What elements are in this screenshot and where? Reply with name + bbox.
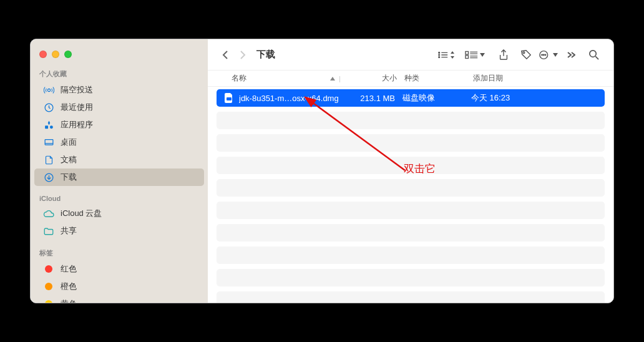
sidebar-item-label: 桌面: [61, 137, 77, 148]
file-row[interactable]: jdk-8u351-m…osx-x64.dmg 213.1 MB 磁盘映像 今天…: [217, 89, 605, 107]
sidebar-item-label: 隔空投送: [61, 84, 93, 95]
document-icon: [43, 154, 54, 165]
column-header-size[interactable]: 大小: [344, 73, 404, 84]
sidebar-item-applications[interactable]: 应用程序: [34, 116, 204, 134]
svg-point-7: [439, 54, 440, 56]
empty-row: [217, 179, 605, 197]
sidebar-item-label: 黄色: [61, 298, 77, 303]
svg-point-3: [49, 125, 52, 129]
sidebar-item-documents[interactable]: 文稿: [34, 151, 204, 169]
empty-row: [217, 134, 605, 152]
svg-point-11: [523, 52, 525, 54]
svg-point-6: [439, 52, 440, 53]
sort-indicator-icon: [330, 77, 335, 81]
sidebar-item-airdrop[interactable]: 隔空投送: [34, 81, 204, 99]
sidebar-item-label: 最近使用: [61, 102, 93, 113]
share-button[interactable]: [492, 46, 515, 64]
clock-icon: [43, 102, 54, 113]
column-header-date[interactable]: 添加日期: [473, 73, 613, 84]
minimize-button[interactable]: [52, 51, 59, 58]
sidebar-item-label: 应用程序: [61, 119, 93, 130]
svg-point-16: [589, 51, 595, 57]
tags-button[interactable]: [515, 46, 537, 64]
sidebar-item-label: 红色: [61, 263, 77, 275]
chevron-down-icon: [480, 53, 485, 57]
svg-rect-2: [45, 125, 48, 129]
column-header-kind[interactable]: 种类: [404, 73, 473, 84]
sidebar-item-tag-red[interactable]: 红色: [34, 260, 204, 278]
more-button[interactable]: [537, 46, 560, 64]
cloud-icon: [43, 208, 54, 219]
sidebar-section-icloud: iCloud: [31, 192, 208, 205]
search-button[interactable]: [582, 46, 605, 64]
sidebar-item-recents[interactable]: 最近使用: [34, 99, 204, 116]
close-button[interactable]: [39, 51, 47, 58]
downloads-icon: [43, 172, 54, 183]
sidebar-item-label: 下载: [61, 172, 77, 183]
group-button[interactable]: [457, 46, 492, 64]
window-title: 下载: [256, 49, 275, 61]
sidebar-item-downloads[interactable]: 下载: [34, 169, 204, 186]
svg-point-0: [47, 89, 50, 91]
finder-window: 个人收藏 隔空投送 最近使用 应用程序 桌面: [30, 39, 614, 303]
file-kind: 磁盘映像: [402, 92, 471, 104]
file-name: jdk-8u351-m…osx-x64.dmg: [239, 94, 350, 103]
view-mode-button[interactable]: [435, 46, 457, 64]
sidebar-item-icloud-drive[interactable]: iCloud 云盘: [34, 205, 204, 222]
sidebar-item-tag-orange[interactable]: 橙色: [34, 278, 204, 295]
empty-row: [217, 224, 605, 242]
column-header-name[interactable]: 名称: [232, 73, 339, 84]
sidebar-item-label: 共享: [61, 225, 77, 237]
sidebar-item-tag-yellow[interactable]: 黄色: [34, 295, 204, 303]
file-size: 213.1 MB: [350, 94, 402, 103]
tag-icon: [43, 281, 54, 292]
tag-icon: [43, 298, 54, 303]
column-headers: 名称 | 大小 种类 添加日期: [208, 71, 613, 87]
file-list: jdk-8u351-m…osx-x64.dmg 213.1 MB 磁盘映像 今天…: [208, 87, 613, 303]
empty-row: [217, 269, 605, 286]
forward-button[interactable]: [234, 46, 251, 64]
empty-row: [217, 247, 605, 264]
toolbar: 下载: [208, 39, 613, 71]
sidebar-item-desktop[interactable]: 桌面: [34, 134, 204, 151]
back-button[interactable]: [217, 46, 234, 64]
sidebar-item-label: 文稿: [61, 154, 77, 165]
desktop-icon: [43, 137, 54, 148]
annotation-text: 双击它: [404, 162, 436, 176]
sidebar-item-label: iCloud 云盘: [61, 208, 102, 219]
dmg-file-icon: [224, 93, 234, 103]
empty-row: [217, 202, 605, 219]
maximize-button[interactable]: [64, 51, 72, 58]
svg-point-13: [542, 54, 542, 55]
svg-point-14: [544, 54, 544, 55]
svg-rect-17: [227, 97, 232, 100]
sidebar: 个人收藏 隔空投送 最近使用 应用程序 桌面: [31, 39, 208, 303]
window-controls: [31, 46, 208, 67]
apps-icon: [43, 119, 54, 130]
sidebar-item-label: 橙色: [61, 281, 77, 292]
svg-point-8: [439, 56, 440, 57]
svg-rect-9: [466, 51, 469, 54]
overflow-button[interactable]: [560, 46, 582, 64]
sidebar-section-favorites: 个人收藏: [31, 67, 208, 81]
empty-row: [217, 112, 605, 129]
file-date: 今天 16:23: [471, 92, 605, 104]
svg-point-15: [545, 54, 545, 55]
sidebar-section-tags: 标签: [31, 246, 208, 260]
svg-rect-10: [466, 55, 469, 58]
shared-folder-icon: [43, 225, 54, 237]
chevron-down-icon: [553, 53, 558, 57]
chevron-updown-icon: [450, 51, 455, 59]
svg-rect-4: [45, 139, 53, 145]
sidebar-item-shared[interactable]: 共享: [34, 222, 204, 240]
empty-row: [217, 291, 605, 303]
airdrop-icon: [43, 84, 54, 95]
tag-icon: [43, 263, 54, 275]
